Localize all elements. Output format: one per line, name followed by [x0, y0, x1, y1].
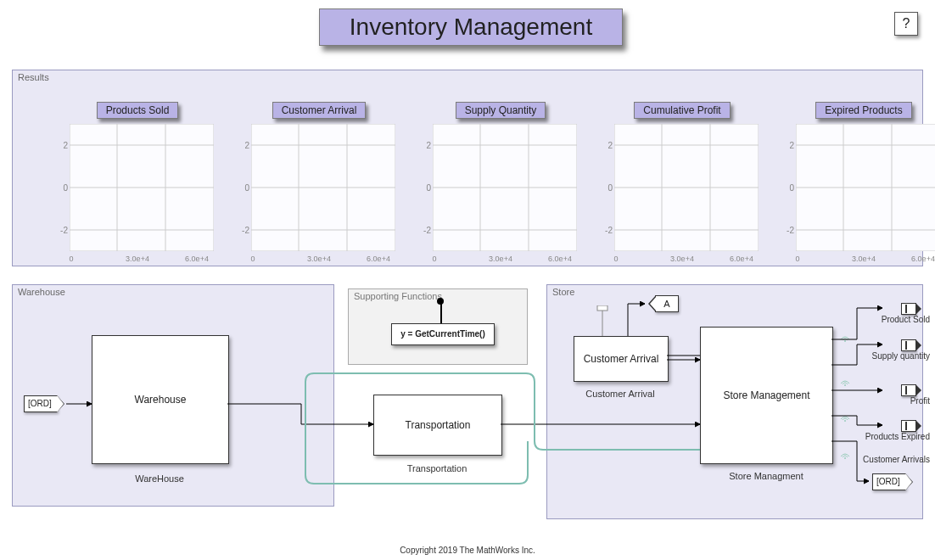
warehouse-block-label: Warehouse [135, 394, 187, 406]
chart-title: Customer Arrival [272, 102, 367, 119]
x-tick: 3.0e+4 [852, 255, 876, 263]
out-label-products-expired: Products Expired [854, 432, 930, 441]
terminator-icon [594, 305, 619, 336]
x-tick: 3.0e+4 [670, 255, 694, 263]
get-current-time-block[interactable]: y = GetCurrentTime() [391, 323, 495, 345]
x-tick: 3.0e+4 [126, 255, 149, 263]
out-port-products-expired[interactable] [901, 420, 916, 432]
chart-1[interactable]: Customer Arrival 20-203.0e+46.0e+4 [243, 104, 395, 251]
x-tick: 0 [795, 255, 799, 263]
y-tick: -2 [782, 226, 794, 235]
chart-plot-area: 20-203.0e+46.0e+4 [433, 124, 577, 251]
customer-arrival-block[interactable]: Customer Arrival [574, 336, 669, 382]
customer-arrival-label: Customer Arrival [584, 353, 659, 365]
transportation-under-label: Transportation [407, 463, 468, 473]
y-tick: 2 [782, 141, 794, 150]
supporting-functions-panel: Supporting Functions y = GetCurrentTime(… [348, 288, 528, 365]
y-tick: 2 [56, 141, 68, 150]
chart-2[interactable]: Supply Quantity 20-203.0e+46.0e+4 [424, 104, 577, 251]
chart-title: Supply Quantity [456, 102, 546, 119]
wireless-icon [840, 450, 850, 460]
chart-plot-area: 20-203.0e+46.0e+4 [614, 124, 759, 251]
out-port-product-sold[interactable] [901, 303, 916, 315]
chart-title: Expired Products [815, 102, 911, 119]
store-management-label: Store Management [723, 389, 809, 401]
warehouse-under-label: WareHouse [135, 473, 184, 484]
results-panel-label: Results [18, 72, 49, 82]
x-tick: 0 [432, 255, 436, 263]
chart-title: Products Sold [97, 102, 179, 119]
svg-point-4 [844, 420, 846, 422]
transportation-block[interactable]: Transportation [373, 395, 502, 456]
y-tick: 2 [238, 141, 249, 150]
out-label-customer-arrivals: Customer Arrivals [854, 455, 930, 464]
x-tick: 3.0e+4 [489, 255, 512, 263]
wireless-icon [840, 333, 850, 343]
store-panel-label: Store [552, 287, 574, 297]
store-management-block[interactable]: Store Management [700, 327, 833, 464]
chart-title: Cumulative Profit [634, 102, 730, 119]
chart-plot-area: 20-203.0e+46.0e+4 [796, 124, 935, 251]
x-tick: 3.0e+4 [307, 255, 331, 263]
warehouse-panel-label: Warehouse [18, 287, 65, 297]
chart-0[interactable]: Products Sold 20-203.0e+46.0e+4 [61, 104, 214, 251]
y-tick: -2 [238, 226, 249, 235]
y-tick: -2 [56, 226, 68, 235]
y-tick: 0 [56, 183, 68, 193]
out-port-profit[interactable] [901, 384, 916, 396]
y-tick: 0 [419, 183, 431, 193]
x-tick: 0 [613, 255, 618, 263]
ord-tag-sink[interactable]: [ORD] [872, 473, 906, 490]
x-tick: 6.0e+4 [911, 255, 935, 263]
out-label-profit: Profit [854, 396, 930, 406]
y-tick: -2 [601, 226, 613, 235]
svg-point-5 [844, 457, 846, 459]
y-tick: 0 [782, 183, 794, 193]
help-button[interactable]: ? [894, 12, 918, 36]
supporting-functions-label: Supporting Functions [354, 291, 442, 301]
customer-arrival-under-label: Customer Arrival [585, 389, 654, 399]
chart-3[interactable]: Cumulative Profit 20-203.0e+46.0e+4 [606, 104, 759, 251]
x-tick: 6.0e+4 [185, 255, 209, 263]
svg-point-2 [844, 340, 846, 342]
transportation-block-label: Transportation [406, 419, 471, 431]
svg-point-3 [844, 384, 846, 386]
chart-plot-area: 20-203.0e+46.0e+4 [70, 124, 214, 251]
copyright-text: Copyright 2019 The MathWorks Inc. [0, 546, 935, 555]
out-label-product-sold: Product Sold [854, 315, 930, 324]
x-tick: 0 [250, 255, 255, 263]
y-tick: 2 [419, 141, 431, 150]
y-tick: 0 [238, 183, 249, 193]
chart-4[interactable]: Expired Products 20-203.0e+46.0e+4 [787, 104, 935, 251]
svg-rect-1 [597, 305, 607, 311]
wireless-icon [840, 412, 850, 423]
chart-plot-area: 20-203.0e+46.0e+4 [251, 124, 395, 251]
a-tag-goto[interactable]: A [655, 295, 679, 312]
y-tick: 0 [601, 183, 613, 193]
out-port-supply-quantity[interactable] [901, 339, 916, 351]
function-port-line [440, 303, 442, 323]
ord-tag-source[interactable]: [ORD] [24, 395, 58, 412]
x-tick: 0 [69, 255, 73, 263]
y-tick: 2 [601, 141, 613, 150]
x-tick: 6.0e+4 [730, 255, 753, 263]
store-management-under-label: Store Managment [729, 471, 803, 481]
page-title: Inventory Management [319, 8, 623, 46]
x-tick: 6.0e+4 [367, 255, 390, 263]
wireless-icon [840, 377, 850, 387]
out-label-supply-quantity: Supply quantity [854, 351, 930, 361]
x-tick: 6.0e+4 [548, 255, 572, 263]
y-tick: -2 [419, 226, 431, 235]
warehouse-block[interactable]: Warehouse [92, 335, 229, 464]
